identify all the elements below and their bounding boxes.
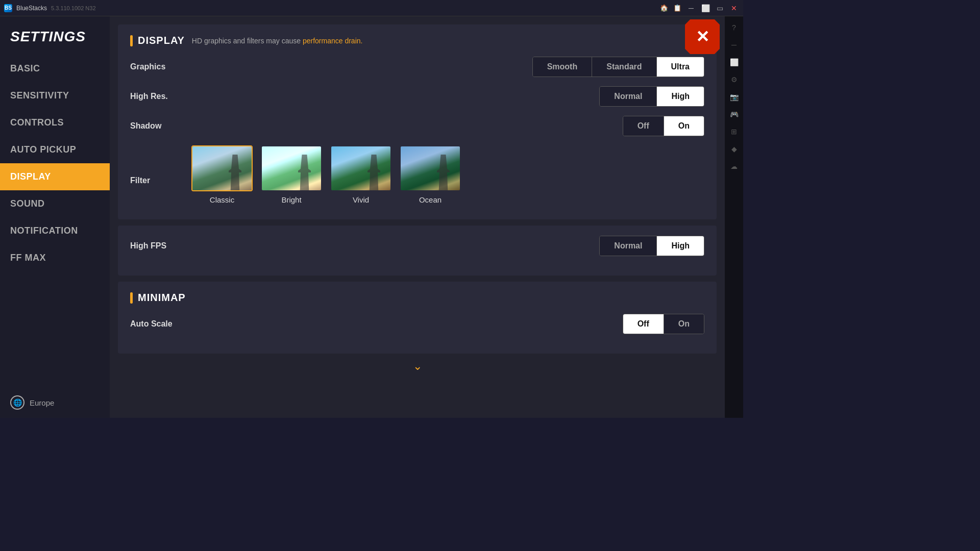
cloud-icon[interactable]: ☁ [727,159,741,173]
high-res-toggle-group: Normal High [599,86,704,107]
grid-icon[interactable]: ⊞ [727,124,741,139]
shadow-off-btn[interactable]: Off [623,116,664,136]
shadow-label: Shadow [130,121,623,131]
globe-icon: 🌐 [10,395,24,410]
graphics-toggle-group: Smooth Standard Ultra [532,57,704,77]
auto-scale-off-btn[interactable]: Off [623,314,664,334]
right-sidebar: ? ─ ⬜ ⚙ 📷 🎮 ⊞ ◆ ☁ [725,16,743,418]
app-icon: BS [4,4,12,12]
high-res-label: High Res. [130,92,599,101]
auto-scale-label: Auto Scale [130,319,623,329]
graphics-smooth-btn[interactable]: Smooth [533,57,592,77]
filter-ocean-img [400,145,461,191]
high-res-high-btn[interactable]: High [656,87,704,106]
display-section-title: DISPLAY [138,35,185,46]
sidebar-item-sound[interactable]: SOUND [0,190,110,217]
display-section-card: DISPLAY HD graphics and filters may caus… [118,24,717,219]
tower-overlay-bright [298,155,311,190]
help-icon[interactable]: ? [727,20,741,35]
sidebar: SETTINGS BASIC SENSITIVITY CONTROLS AUTO… [0,16,110,418]
close-icon: ✕ [696,29,709,45]
shadow-on-btn[interactable]: On [664,116,704,136]
tower-overlay-ocean [437,155,450,190]
auto-scale-toggle-group: Off On [623,314,704,334]
filter-vivid-img [330,145,391,191]
graphics-row: Graphics Smooth Standard Ultra [130,57,704,77]
filter-vivid-label: Vivid [353,195,369,204]
display-section-header: DISPLAY HD graphics and filters may caus… [130,35,704,46]
filter-bright-preview [262,146,321,190]
filter-vivid[interactable]: Vivid [330,145,391,204]
sidebar-title: SETTINGS [0,16,110,55]
filter-bright-label: Bright [281,195,301,204]
gamepad-icon[interactable]: 🎮 [727,107,741,121]
tower-overlay-classic [229,155,241,190]
sidebar-footer: 🌐 Europe [0,387,110,418]
minimap-section-header: MINIMAP [130,292,704,304]
scroll-down-chevron[interactable]: ⌄ [118,360,717,373]
main-layout: SETTINGS BASIC SENSITIVITY CONTROLS AUTO… [0,16,743,418]
high-res-normal-btn[interactable]: Normal [600,87,656,106]
filter-vivid-preview [331,146,390,190]
auto-scale-on-btn[interactable]: On [664,314,704,334]
camera-icon[interactable]: 📷 [727,90,741,104]
sidebar-item-notification[interactable]: NOTIFICATION [0,217,110,244]
filter-ocean-preview [401,146,460,190]
filter-classic-preview [192,146,252,190]
filter-label: Filter [130,145,191,185]
filter-ocean-label: Ocean [419,195,442,204]
filter-classic-img [191,145,253,191]
maximize-button[interactable]: ▭ [715,3,725,13]
graphics-standard-btn[interactable]: Standard [592,57,656,77]
minimize-icon[interactable]: ─ [727,38,741,52]
diamond-icon[interactable]: ◆ [727,142,741,156]
filter-row: Filter Classic [130,145,704,204]
tower-overlay-vivid [368,155,380,190]
high-res-row: High Res. Normal High [130,86,704,107]
window-icon[interactable]: ⬜ [727,55,741,69]
filter-bright-img [261,145,322,191]
minimap-section-title: MINIMAP [138,292,186,304]
high-fps-high-btn[interactable]: High [656,236,704,256]
resize-button[interactable]: ⬜ [700,3,710,13]
app-name: BlueStacks [16,5,47,12]
filter-ocean[interactable]: Ocean [400,145,461,204]
sidebar-item-controls[interactable]: CONTROLS [0,109,110,136]
bookmark-icon[interactable]: 📋 [673,4,682,13]
minimize-button[interactable]: ─ [686,3,696,13]
minimap-section-card: MINIMAP Auto Scale Off On [118,282,717,354]
section-bar-accent [130,35,133,46]
graphics-label: Graphics [130,62,532,71]
settings-icon[interactable]: ⚙ [727,72,741,87]
filter-classic[interactable]: Classic [191,145,253,204]
sidebar-item-display[interactable]: DISPLAY [0,163,110,190]
high-fps-card: High FPS Normal High [118,226,717,276]
sidebar-item-ff-max[interactable]: FF MAX [0,244,110,271]
filter-items: Classic Bright [191,145,461,204]
minimap-section-bar [130,292,133,304]
close-overlay-button[interactable]: ✕ [685,19,720,54]
filter-bright[interactable]: Bright [261,145,322,204]
shadow-toggle-group: Off On [623,116,704,136]
filter-classic-label: Classic [210,195,234,204]
graphics-ultra-btn[interactable]: Ultra [656,57,704,77]
high-fps-normal-btn[interactable]: Normal [600,236,656,256]
sidebar-item-auto-pickup[interactable]: AUTO PICKUP [0,136,110,163]
high-fps-row: High FPS Normal High [130,236,704,256]
display-section-subtitle: HD graphics and filters may cause perfor… [192,37,363,45]
home-icon[interactable]: 🏠 [659,4,669,13]
region-label: Europe [30,398,54,407]
sidebar-item-sensitivity[interactable]: SENSITIVITY [0,82,110,109]
auto-scale-row: Auto Scale Off On [130,314,704,334]
shadow-row: Shadow Off On [130,116,704,136]
app-version: 5.3.110.1002 N32 [51,5,95,11]
sidebar-item-basic[interactable]: BASIC [0,55,110,82]
high-fps-label: High FPS [130,241,599,251]
close-titlebar-button[interactable]: ✕ [729,3,739,13]
high-fps-toggle-group: Normal High [599,236,704,256]
content-area: DISPLAY HD graphics and filters may caus… [110,16,725,418]
titlebar: BS BlueStacks 5.3.110.1002 N32 🏠 📋 ─ ⬜ ▭… [0,0,743,16]
